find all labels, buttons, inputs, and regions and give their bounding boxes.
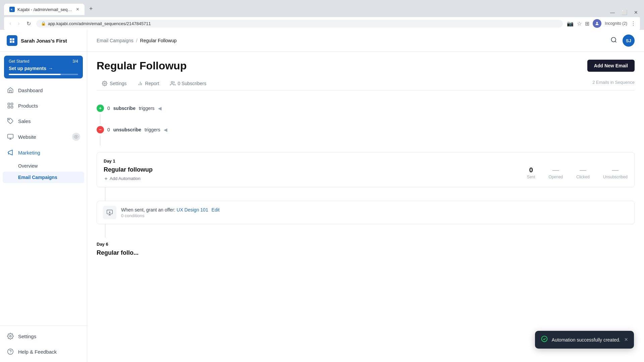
sidebar-item-help[interactable]: Help & Feedback — [0, 344, 87, 359]
unsubscribe-count: 0 — [107, 127, 110, 132]
reload-button[interactable]: ↻ — [25, 20, 32, 27]
url-text: app.kajabi.com/admin/email_sequences/214… — [48, 21, 151, 26]
marketing-label: Marketing — [18, 150, 40, 156]
add-new-email-button[interactable]: Add New Email — [587, 60, 635, 72]
email-campaigns-label: Email Campaigns — [18, 175, 57, 180]
svg-point-13 — [611, 38, 616, 42]
sent-value: 0 — [527, 166, 535, 174]
tab-subscribers[interactable]: 0 Subscribers — [165, 77, 212, 90]
page-title: Regular Followup — [97, 60, 186, 72]
opened-dash: — — [549, 166, 563, 174]
automation-offer-text: When sent, grant an offer: UX Design 101… — [121, 207, 220, 213]
sidebar-item-website[interactable]: Website — [0, 129, 87, 145]
sidebar-nav: Dashboard Products Sales Website — [0, 82, 87, 325]
sidebar-item-products[interactable]: Products — [0, 98, 87, 113]
sidebar-sub-overview[interactable]: Overview — [0, 160, 87, 172]
svg-point-27 — [541, 336, 547, 342]
incognito-profile[interactable] — [593, 19, 601, 28]
lock-icon: 🔒 — [41, 21, 46, 26]
grid-icon — [7, 102, 14, 109]
emails-in-sequence-count: 2 Emails in Sequence — [592, 80, 635, 88]
menu-icon[interactable]: ⋮ — [631, 20, 636, 27]
back-button[interactable]: ‹ — [8, 20, 12, 27]
automation-row: When sent, grant an offer: UX Design 101… — [97, 201, 635, 224]
setup-progress-fill — [9, 74, 61, 75]
browser-chrome: K Kajabi - /admin/email_sequences... × +… — [0, 0, 644, 30]
subscribe-trigger-row: 0 subscribe triggers ◀ — [97, 103, 635, 114]
svg-rect-3 — [8, 103, 10, 105]
page-content: Regular Followup Add New Email Settings … — [87, 52, 644, 362]
profile-switcher-icon[interactable]: ⊞ — [585, 20, 589, 27]
products-label: Products — [18, 103, 38, 109]
setup-payments-banner[interactable]: Get Started 3/4 Set up payments → — [4, 56, 83, 78]
sidebar-header: Sarah Jonas's First — [0, 30, 87, 52]
svg-rect-6 — [11, 106, 13, 108]
website-label: Website — [18, 134, 36, 140]
cast-icon[interactable]: 📷 — [567, 20, 574, 27]
toast-close-button[interactable]: × — [624, 336, 628, 343]
browser-actions: 📷 ☆ ⊞ Incognito (2) ⋮ — [567, 19, 636, 28]
email-day1-name: Regular followup — [104, 166, 153, 173]
clicked-label: Clicked — [576, 175, 589, 179]
browser-toolbar: ‹ › ↻ 🔒 app.kajabi.com/admin/email_seque… — [4, 17, 640, 30]
main-content: Email Campaigns / Regular Followup SJ Re… — [87, 30, 644, 362]
svg-text:K: K — [11, 8, 13, 11]
new-tab-button[interactable]: + — [85, 3, 97, 15]
settings-tab-label: Settings — [110, 81, 127, 86]
setup-progress-bar — [9, 74, 78, 75]
forward-button[interactable]: › — [16, 20, 21, 27]
monitor-icon — [7, 133, 14, 140]
search-button[interactable] — [610, 37, 617, 45]
subscribe-count: 0 — [107, 106, 110, 111]
address-bar[interactable]: 🔒 app.kajabi.com/admin/email_sequences/2… — [36, 20, 563, 27]
automation-details: When sent, grant an offer: UX Design 101… — [121, 207, 220, 218]
stat-sent: 0 Sent — [527, 166, 535, 179]
svg-marker-26 — [109, 212, 111, 213]
tab-settings[interactable]: Settings — [97, 77, 132, 90]
trigger-section: 0 subscribe triggers ◀ 0 unsubscribe tri… — [97, 99, 635, 152]
subscribe-label: subscribe — [113, 106, 136, 111]
tab-close-button[interactable]: × — [76, 6, 79, 12]
minimize-button[interactable]: — — [608, 10, 617, 15]
opened-label: Opened — [549, 175, 563, 179]
svg-point-9 — [75, 136, 77, 137]
clicked-dash: — — [576, 166, 589, 174]
tab-report[interactable]: Report — [132, 77, 165, 90]
unsubscribe-trigger-arrow[interactable]: ◀ — [164, 127, 167, 132]
unsubscribe-label: unsubscribe — [113, 127, 141, 132]
unsubscribed-dash: — — [603, 166, 628, 174]
breadcrumb-parent-link[interactable]: Email Campaigns — [97, 38, 133, 43]
svg-point-11 — [8, 349, 13, 355]
page-tabs: Settings Report 0 Subscribers 2 Emails i… — [97, 77, 635, 90]
breadcrumb: Email Campaigns / Regular Followup — [97, 38, 177, 43]
toast-check-icon — [541, 336, 548, 344]
breadcrumb-separator: / — [136, 38, 138, 43]
sidebar-item-marketing[interactable]: Marketing — [0, 145, 87, 160]
unsubscribed-label: Unsubscribed — [603, 175, 628, 179]
sidebar-item-settings[interactable]: Settings — [0, 328, 87, 344]
automation-video-icon — [103, 206, 116, 219]
sidebar-item-dashboard[interactable]: Dashboard — [0, 82, 87, 98]
toast-message: Automation successfully created. — [552, 337, 621, 343]
add-automation-button[interactable]: Add Automation — [104, 176, 153, 181]
svg-line-14 — [615, 41, 616, 43]
subscribe-trigger-arrow[interactable]: ◀ — [158, 106, 162, 111]
automation-offer-link[interactable]: UX Design 101 — [177, 207, 208, 213]
sent-label: Sent — [527, 175, 535, 179]
unsubscribe-minus-icon — [97, 126, 104, 133]
add-automation-label: Add Automation — [110, 176, 141, 181]
top-header: Email Campaigns / Regular Followup SJ — [87, 30, 644, 52]
maximize-button[interactable]: ⬜ — [620, 10, 629, 15]
setup-label: Get Started — [9, 59, 29, 64]
sidebar-item-sales[interactable]: Sales — [0, 113, 87, 129]
sidebar-sub-email-campaigns[interactable]: Email Campaigns — [3, 172, 84, 183]
browser-tab-active[interactable]: K Kajabi - /admin/email_sequences... × — [4, 4, 85, 15]
close-window-button[interactable]: ✕ — [632, 10, 640, 15]
tab-title: Kajabi - /admin/email_sequences... — [17, 7, 73, 12]
home-icon — [7, 86, 14, 94]
svg-rect-4 — [11, 103, 13, 105]
trigger-connector-1 — [100, 114, 100, 124]
bookmark-icon[interactable]: ☆ — [577, 20, 582, 27]
user-avatar[interactable]: SJ — [623, 35, 635, 47]
automation-edit-link[interactable]: Edit — [212, 207, 220, 213]
